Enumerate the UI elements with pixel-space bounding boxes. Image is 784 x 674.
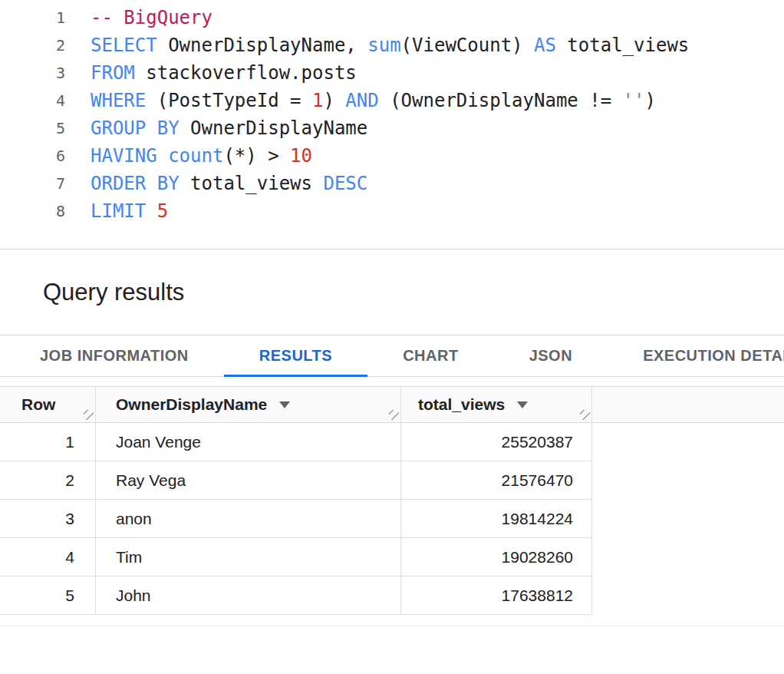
table-row: 1Joan Venge25520387 [0,423,592,461]
line-number: 2 [0,31,65,59]
sql-token-plain: total_views [180,173,324,194]
cell-row-number: 4 [0,538,96,576]
code-line: 1-- BigQuery [0,4,784,31]
cell-total-views: 25520387 [401,423,592,461]
cell-owner-display-name: Tim [96,538,401,576]
tab-json[interactable]: JSON [494,335,608,376]
code-line: 4WHERE (PostTypeId = 1) AND (OwnerDispla… [0,87,784,114]
sql-token-comment: -- BigQuery [91,7,212,28]
sql-token-string: '' [623,90,645,111]
cell-row-number: 1 [0,423,96,461]
cell-total-views: 19028260 [401,538,592,576]
sql-token-keyword: LIMIT [91,200,146,222]
code-text: -- BigQuery [65,4,212,31]
sql-token-number: 1 [312,90,323,111]
sql-token-plain: (PostTypeId = [146,90,312,111]
sql-token-keyword: AND [345,90,378,111]
cell-row-number: 2 [0,461,96,499]
column-resize-handle-icon[interactable] [389,410,399,420]
tab-chart[interactable]: CHART [367,335,494,376]
code-text: GROUP BY OwnerDisplayName [65,114,367,142]
cell-total-views: 21576470 [401,461,592,499]
sql-token-function: sum [367,35,400,56]
column-label: total_views [418,395,505,414]
column-label: Row [21,395,55,414]
sql-token-plain: ) [323,90,345,111]
results-table: RowOwnerDisplayNametotal_views 1Joan Ven… [0,386,784,615]
cell-owner-display-name: Joan Venge [96,423,401,461]
sql-token-plain [146,200,156,222]
table-row: 2Ray Vega21576470 [0,461,592,500]
query-results-header: Query results [0,249,784,335]
tab-job-information[interactable]: JOB INFORMATION [5,335,224,376]
table-row: 4Tim19028260 [0,538,592,577]
code-text: SELECT OwnerDisplayName, sum(ViewCount) … [65,31,689,59]
column-header-row: Row [0,387,96,422]
sql-token-plain: (*) > [223,145,290,167]
code-line: 5GROUP BY OwnerDisplayName [0,114,784,142]
sql-token-keyword: WHERE [91,90,146,111]
sql-token-keyword: DESC [323,173,367,194]
sql-token-keyword: GROUP BY [91,117,180,139]
sql-token-keyword: ORDER BY [91,173,180,194]
sql-token-plain: OwnerDisplayName, [157,35,368,56]
code-text: LIMIT 5 [65,197,168,225]
sort-dropdown-icon[interactable] [517,401,528,408]
code-text: ORDER BY total_views DESC [65,170,367,197]
sql-token-plain: ) [645,90,656,111]
code-line: 2SELECT OwnerDisplayName, sum(ViewCount)… [0,31,784,59]
page-title: Query results [43,279,784,306]
cell-owner-display-name: anon [96,500,401,537]
table-row: 5John17638812 [0,577,592,615]
sql-token-plain: total_views [556,35,689,56]
code-line: 3FROM stackoverflow.posts [0,59,784,87]
line-number: 6 [0,142,65,170]
sql-editor[interactable]: 1-- BigQuery2SELECT OwnerDisplayName, su… [0,0,784,249]
sql-token-number: 10 [290,145,312,167]
code-text: WHERE (PostTypeId = 1) AND (OwnerDisplay… [65,87,656,114]
cell-total-views: 17638812 [401,577,592,614]
code-text: HAVING count(*) > 10 [65,142,312,170]
sql-token-plain: OwnerDisplayName [180,117,368,139]
sql-token-keyword: AS [534,35,556,56]
column-resize-handle-icon[interactable] [580,410,590,420]
code-line: 8LIMIT 5 [0,197,784,225]
line-number: 4 [0,87,65,114]
column-header-total-views: total_views [401,387,592,422]
column-header-ownerdisplayname: OwnerDisplayName [96,387,401,422]
cell-total-views: 19814224 [401,500,592,537]
table-body: 1Joan Venge255203872Ray Vega215764703ano… [0,423,784,615]
cell-owner-display-name: Ray Vega [96,461,401,499]
sql-token-plain: stackoverflow.posts [135,62,357,84]
sql-token-number: 5 [157,200,168,222]
column-label: OwnerDisplayName [116,395,267,414]
table-header-row: RowOwnerDisplayNametotal_views [0,386,784,423]
sql-token-keyword: HAVING [91,145,157,167]
header-filler [592,387,784,422]
line-number: 8 [0,197,65,225]
results-tab-bar: JOB INFORMATIONRESULTSCHARTJSONEXECUTION… [0,335,784,377]
code-lines: 1-- BigQuery2SELECT OwnerDisplayName, su… [0,4,784,225]
column-resize-handle-icon[interactable] [84,410,94,420]
code-text: FROM stackoverflow.posts [65,59,357,87]
code-line: 6HAVING count(*) > 10 [0,142,784,170]
cell-row-number: 5 [0,577,96,614]
sql-token-plain [157,145,168,167]
panel-bottom-divider [0,626,784,626]
line-number: 7 [0,170,65,197]
cell-owner-display-name: John [96,577,401,614]
sql-token-plain: (ViewCount) [401,35,534,56]
cell-row-number: 3 [0,500,96,537]
tab-execution-details[interactable]: EXECUTION DETAILS [608,335,784,376]
sql-token-keyword: FROM [91,62,135,84]
line-number: 3 [0,59,65,87]
line-number: 5 [0,114,65,142]
sql-token-keyword: SELECT [91,35,157,56]
line-number: 1 [0,4,65,31]
code-line: 7ORDER BY total_views DESC [0,170,784,197]
table-row: 3anon19814224 [0,500,592,538]
sort-dropdown-icon[interactable] [279,401,290,408]
sql-token-plain: (OwnerDisplayName != [379,90,623,111]
tab-results[interactable]: RESULTS [224,335,367,376]
sql-token-function: count [168,145,223,167]
